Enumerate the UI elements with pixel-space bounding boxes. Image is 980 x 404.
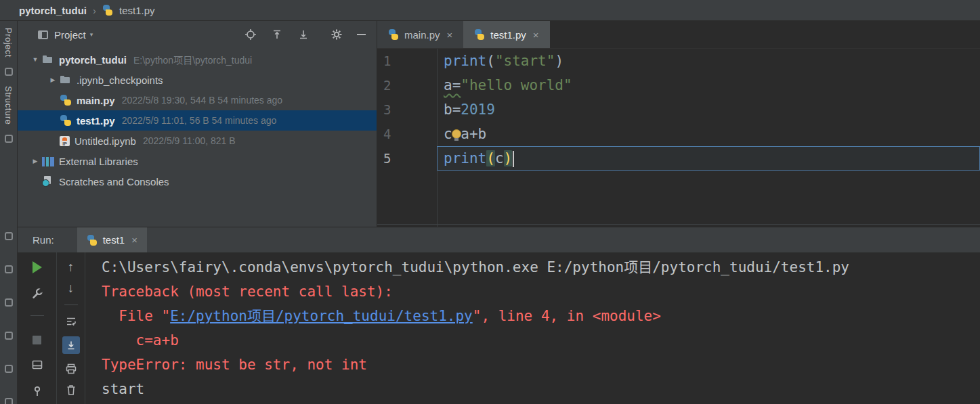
locate-file-icon[interactable] xyxy=(244,28,257,41)
python-icon xyxy=(87,235,98,246)
breadcrumb-project[interactable]: pytorch_tudui xyxy=(19,5,87,16)
console-text: TypeError: must be str, not int xyxy=(102,357,367,373)
tree-item-label: Scratches and Consoles xyxy=(59,176,169,187)
tree-item-label: pytorch_tudui xyxy=(59,54,127,66)
caret-right-icon[interactable]: ▶ xyxy=(46,76,60,83)
tree-row-Untitled.ipynb[interactable]: Untitled.ipynb2022/5/9 11:00, 821 B xyxy=(18,131,377,151)
jupyter-icon xyxy=(60,136,70,146)
close-tab-icon[interactable]: × xyxy=(533,29,539,41)
favorites-icon[interactable] xyxy=(5,135,13,143)
code-token: "start" xyxy=(495,53,555,69)
run-panel-header: Run: test1 × xyxy=(18,227,980,252)
tree-row-External Libraries[interactable]: ▶External Libraries xyxy=(18,151,377,171)
code-token: "hello world" xyxy=(461,77,572,93)
console-line-5: TypeError: must be str, not int xyxy=(102,353,980,377)
code-token: = xyxy=(452,126,461,142)
hide-panel-icon[interactable] xyxy=(357,34,366,35)
tab-label: main.py xyxy=(404,29,440,41)
close-run-tab-icon[interactable]: × xyxy=(131,234,137,246)
project-strip-button[interactable]: Project xyxy=(3,28,14,58)
toolwindow-button-icon[interactable] xyxy=(5,398,13,404)
code-line-5[interactable]: 5print(c) xyxy=(377,146,980,171)
editor-tab-test1.py[interactable]: test1.py× xyxy=(463,21,549,48)
toolwindow-button-icon[interactable] xyxy=(5,298,13,307)
run-toolbar-left xyxy=(18,252,57,404)
code-token: ) xyxy=(555,53,563,69)
code-token: c xyxy=(495,150,504,166)
line-number: 2 xyxy=(377,73,437,97)
code-token: ( xyxy=(486,53,495,69)
breadcrumb-separator-icon: › xyxy=(93,5,96,16)
run-tab-test1[interactable]: test1 × xyxy=(77,227,147,252)
code-editor[interactable]: 1print("start")2a="hello world"3b=20194c… xyxy=(377,49,980,227)
breadcrumb-file[interactable]: test1.py xyxy=(119,5,155,16)
code-line-1[interactable]: 1print("start") xyxy=(377,49,980,73)
intention-bulb-icon[interactable] xyxy=(451,129,462,141)
tree-row-pytorch_tudui[interactable]: ▼pytorch_tuduiE:\python项目\pytorch_tudui xyxy=(18,49,377,70)
console-line-3: File "E:/python项目/pytorch_tudui/test1.py… xyxy=(102,304,980,328)
run-panel-body: ↑ ↓ C:\Users\fairy\.conda\envs\pytorch_t… xyxy=(18,252,980,404)
toolwindow-button-icon[interactable] xyxy=(5,265,13,273)
console-text: c=a+b xyxy=(102,332,179,349)
toolwindow-button-icon[interactable] xyxy=(5,332,13,340)
toolwindow-button-icon[interactable] xyxy=(5,232,13,240)
tree-row-.ipynb_checkpoints[interactable]: ▶.ipynb_checkpoints xyxy=(18,70,377,90)
scroll-to-end-button[interactable] xyxy=(62,336,80,354)
modify-run-configuration-icon[interactable] xyxy=(31,288,43,300)
tree-item-label: test1.py xyxy=(77,115,115,127)
rerun-button[interactable] xyxy=(33,261,42,273)
structure-strip-button[interactable]: Structure xyxy=(3,86,14,125)
tree-item-meta: 2022/5/8 19:30, 544 B 54 minutes ago xyxy=(122,95,282,106)
code-token: b= xyxy=(444,102,461,118)
bookmarks-icon[interactable] xyxy=(5,68,13,76)
soft-wrap-icon[interactable] xyxy=(65,315,77,328)
code-token: a= xyxy=(444,77,461,93)
tree-row-Scratches and Consoles[interactable]: Scratches and Consoles xyxy=(18,171,377,192)
up-stacktrace-icon[interactable]: ↑ xyxy=(68,261,74,273)
restore-layout-icon[interactable] xyxy=(31,359,43,371)
project-panel-title[interactable]: Project xyxy=(54,29,86,41)
line-number: 5 xyxy=(377,146,437,171)
code-line-3[interactable]: 3b=2019 xyxy=(377,97,980,122)
settings-gear-icon[interactable] xyxy=(331,28,343,41)
editor-bottom-separator xyxy=(377,224,980,225)
console-output[interactable]: C:\Users\fairy\.conda\envs\pytorch_tudui… xyxy=(85,252,980,404)
console-text: Traceback (most recent call last): xyxy=(102,284,393,300)
code-lines: 1print("start")2a="hello world"3b=20194c… xyxy=(377,49,980,171)
tree-row-test1.py[interactable]: test1.py2022/5/9 11:01, 56 B 54 minutes … xyxy=(18,110,377,131)
console-file-link[interactable]: E:/python项目/pytorch_tudui/test1.py xyxy=(170,308,473,324)
tree-item-label: External Libraries xyxy=(59,156,138,167)
code-token: print xyxy=(444,150,486,166)
code-token: a+b xyxy=(461,126,486,142)
run-toolbar-right: ↑ ↓ xyxy=(57,252,85,404)
tab-label: test1.py xyxy=(490,29,526,41)
caret-right-icon[interactable]: ▶ xyxy=(28,158,42,164)
code-line-4[interactable]: 4c=a+b xyxy=(377,122,980,146)
editor-tab-main.py[interactable]: main.py× xyxy=(377,21,463,48)
python-icon xyxy=(388,29,399,40)
down-stacktrace-icon[interactable]: ↓ xyxy=(68,282,74,294)
caret-down-icon[interactable]: ▼ xyxy=(28,56,42,63)
project-toolwindow-icon xyxy=(38,30,48,39)
code-token: ( xyxy=(486,150,495,166)
code-token: print xyxy=(444,53,486,69)
chevron-down-icon[interactable]: ▾ xyxy=(90,31,93,38)
console-text: ", line 4, in <module> xyxy=(473,308,661,324)
code-line-2[interactable]: 2a="hello world" xyxy=(377,73,980,97)
clear-console-trash-icon[interactable] xyxy=(65,384,77,396)
toolwindow-button-icon[interactable] xyxy=(5,365,13,373)
python-icon xyxy=(102,5,113,16)
tree-item-meta: 2022/5/9 11:00, 821 B xyxy=(143,135,236,146)
tree-row-main.py[interactable]: main.py2022/5/8 19:30, 544 B 54 minutes … xyxy=(18,90,377,110)
project-folder-icon xyxy=(42,54,54,65)
pin-tab-icon[interactable] xyxy=(31,385,43,397)
console-text: C:\Users\fairy\.conda\envs\pytorch_tudui… xyxy=(102,259,849,275)
expand-all-icon[interactable] xyxy=(271,28,283,41)
collapse-all-icon[interactable] xyxy=(297,28,310,41)
close-tab-icon[interactable]: × xyxy=(447,29,453,41)
toolbar-separator xyxy=(30,315,44,316)
tree-item-meta: 2022/5/9 11:01, 56 B 54 minutes ago xyxy=(122,115,277,126)
tree-item-label: main.py xyxy=(77,95,115,106)
print-icon[interactable] xyxy=(65,363,77,375)
toolwindow-strip: Project Structure xyxy=(0,21,18,404)
